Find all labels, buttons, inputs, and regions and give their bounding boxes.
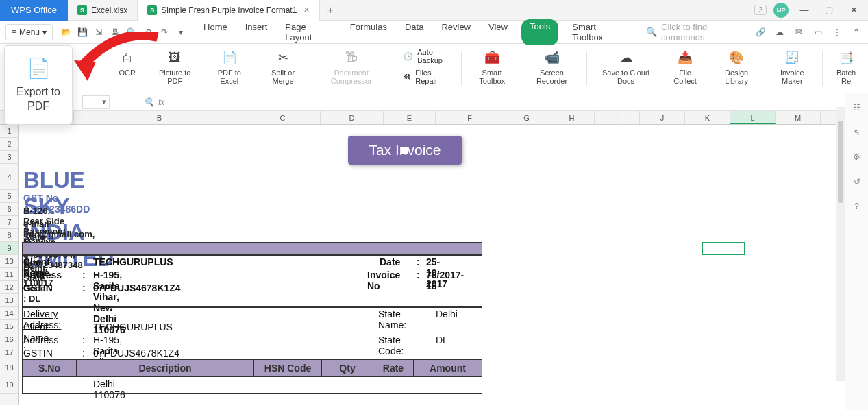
auto-backup-button[interactable]: 🕒 Auto Backup xyxy=(401,47,455,66)
name-box[interactable]: ▾ xyxy=(82,95,110,109)
tab-label: Excel.xlsx xyxy=(91,5,127,15)
col-header-k[interactable]: K xyxy=(685,111,730,124)
split-merge-icon: ✂ xyxy=(273,48,293,67)
row-header[interactable]: 11 xyxy=(0,268,18,281)
col-header-j[interactable]: J xyxy=(640,111,685,124)
tab-smart-toolbox[interactable]: Smart Toolbox xyxy=(568,19,630,45)
maximize-button[interactable]: ▢ xyxy=(820,1,838,19)
chevron-down-icon[interactable]: ▾ xyxy=(175,26,187,38)
tab-data[interactable]: Data xyxy=(401,19,427,45)
colon: : xyxy=(82,348,85,359)
tab-invoice-template[interactable]: S Simple Fresh Purple Invoice Format1 ✕ xyxy=(138,0,320,21)
close-icon[interactable]: ✕ xyxy=(303,5,310,14)
export-to-pdf-button[interactable]: 📄 Export to PDF xyxy=(4,45,73,125)
history-icon[interactable]: ↺ xyxy=(851,176,863,188)
colon: : xyxy=(82,282,86,293)
files-repair-button[interactable]: 🛠 Files Repair xyxy=(401,67,455,86)
smart-toolbox-button[interactable]: 🧰 Smart Toolbox xyxy=(467,47,517,86)
command-search[interactable]: 🔍 Click to find commands xyxy=(646,22,752,43)
vertical-scrollbar[interactable] xyxy=(836,107,845,381)
invoice-maker-button[interactable]: 🧾 Invoice Maker xyxy=(767,47,817,86)
more-icon[interactable]: ⋮ xyxy=(831,26,843,38)
zoom-icon[interactable]: 🔍 xyxy=(144,97,154,107)
minimize-button[interactable]: — xyxy=(795,1,813,19)
menu-button[interactable]: ≡ Menu ▾ xyxy=(5,24,53,40)
tab-review[interactable]: Review xyxy=(437,19,475,45)
active-cell[interactable] xyxy=(702,242,745,255)
state-code-value: DL xyxy=(436,335,448,346)
col-header-g[interactable]: G xyxy=(504,111,549,124)
split-merge-label: Split or Merge xyxy=(262,69,303,85)
row-header[interactable]: 4 xyxy=(0,164,18,190)
row-header[interactable]: 15 xyxy=(0,320,18,333)
row-header[interactable]: 13 xyxy=(0,294,18,307)
fx-label[interactable]: fx xyxy=(158,97,164,107)
window-icon[interactable]: ▭ xyxy=(812,26,824,38)
col-header-e[interactable]: E xyxy=(384,111,436,124)
spreadsheet-grid[interactable]: Tax Invoice BLUE SKY INDIA LIMITED GST N… xyxy=(19,125,868,405)
properties-icon[interactable]: ☷ xyxy=(851,101,863,114)
screen-recorder-button[interactable]: 📹 Screen Recorder xyxy=(523,47,581,86)
tab-page-layout[interactable]: Page Layout xyxy=(281,19,336,45)
colon: : xyxy=(82,335,85,346)
help-icon[interactable]: ? xyxy=(851,200,863,213)
batch-rename-button[interactable]: 📑 Batch Re xyxy=(828,47,864,86)
col-header-b[interactable]: B xyxy=(74,111,245,124)
settings-icon[interactable]: ⚙ xyxy=(851,151,863,163)
col-header-h[interactable]: H xyxy=(549,111,595,124)
cloud-save-icon: ☁ xyxy=(617,48,636,67)
table-header-hsn: HSN Code xyxy=(253,359,322,376)
separator xyxy=(822,51,823,86)
row-header[interactable]: 12 xyxy=(0,281,18,294)
avatar[interactable]: MP xyxy=(773,3,789,18)
row-header[interactable]: 19 xyxy=(0,376,18,394)
collapse-ribbon-icon[interactable]: ⌃ xyxy=(850,26,863,38)
tab-insert[interactable]: Insert xyxy=(241,19,272,45)
tab-view[interactable]: View xyxy=(484,19,512,45)
tab-tools[interactable]: Tools xyxy=(521,19,558,45)
row-header[interactable]: 1 xyxy=(0,125,18,138)
col-header-d[interactable]: D xyxy=(321,111,384,124)
row-header[interactable]: 7 xyxy=(0,216,18,229)
col-header-c[interactable]: C xyxy=(245,111,321,124)
right-sidebar: ☷ ↖ ⚙ ↺ ? xyxy=(845,93,868,410)
save-cloud-button[interactable]: ☁ Save to Cloud Docs xyxy=(593,47,659,86)
row-header[interactable]: 17 xyxy=(0,346,18,359)
close-button[interactable]: ✕ xyxy=(845,1,863,19)
col-header-i[interactable]: I xyxy=(595,111,640,124)
tab-home[interactable]: Home xyxy=(199,19,232,45)
row-header[interactable]: 16 xyxy=(0,333,18,346)
row-header[interactable]: 18 xyxy=(0,359,18,376)
tab-formulas[interactable]: Formulas xyxy=(346,19,391,45)
add-tab-button[interactable]: + xyxy=(320,4,340,16)
row-header[interactable]: 6 xyxy=(0,203,18,216)
row-header[interactable]: 5 xyxy=(0,190,18,203)
backup-icon: 🕒 xyxy=(404,52,413,61)
scrollbar-thumb[interactable] xyxy=(838,121,843,203)
select-icon[interactable]: ↖ xyxy=(851,126,863,138)
share-icon[interactable]: 🔗 xyxy=(754,26,767,38)
row-header[interactable]: 10 xyxy=(0,255,18,268)
tab-excel[interactable]: S Excel.xlsx xyxy=(68,0,138,21)
row-header[interactable]: 14 xyxy=(0,307,18,320)
col-header-m[interactable]: M xyxy=(776,111,821,124)
shortcut-badge: 2 xyxy=(754,5,767,15)
file-collect-button[interactable]: 📥 File Collect xyxy=(665,47,706,86)
col-header-l[interactable]: L xyxy=(730,111,776,124)
row-header[interactable]: 3 xyxy=(0,151,18,164)
notification-icon[interactable]: ✉ xyxy=(793,26,805,38)
pdf-to-excel-button[interactable]: 📄 PDF to Excel xyxy=(206,47,253,86)
col-header-f[interactable]: F xyxy=(436,111,504,124)
design-library-button[interactable]: 🎨 Design Library xyxy=(711,47,762,86)
gstin-label: GSTIN xyxy=(23,282,53,293)
split-merge-button[interactable]: ✂ Split or Merge xyxy=(258,47,308,86)
row-header[interactable]: 9 xyxy=(0,242,18,255)
state-name-value: Delhi xyxy=(436,309,458,319)
row-header[interactable]: 2 xyxy=(0,138,18,151)
separator xyxy=(461,51,462,86)
cloud-icon[interactable]: ☁ xyxy=(773,26,786,38)
row-header[interactable]: 8 xyxy=(0,229,18,242)
xlsx-icon: S xyxy=(77,5,87,15)
invoice-maker-icon: 🧾 xyxy=(782,48,802,67)
compress-label: Document Compressor xyxy=(317,69,385,85)
